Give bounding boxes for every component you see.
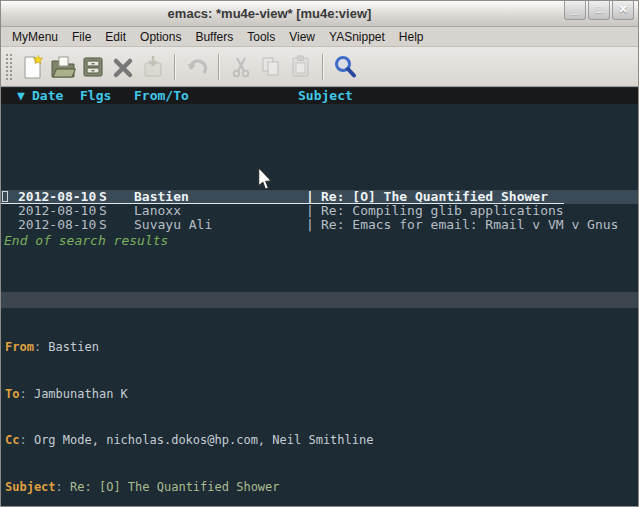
emacs-window: emacs: *mu4e-view* [mu4e:view] _ □ ✕ MyM… [0, 0, 639, 507]
minimize-button[interactable]: _ [564, 1, 586, 20]
headers-column-row[interactable]: ▼ Date Flgs From/To Subject [1, 88, 638, 104]
email-flags: S [99, 218, 107, 232]
field-cc: Cc: Org Mode, nicholas.dokos@hp.com, Nei… [5, 433, 638, 449]
email-from: Bastien [134, 190, 189, 204]
menu-mymenu[interactable]: MyMenu [5, 28, 65, 46]
email-date: 2012-08-10 [18, 218, 96, 232]
search-icon[interactable] [332, 53, 358, 81]
delete-icon[interactable] [110, 53, 136, 81]
undo-icon[interactable] [184, 53, 210, 81]
email-row[interactable]: 2012-08-10 S Lanoxx | Re: Compiling glib… [1, 204, 638, 218]
close-button[interactable]: ✕ [612, 1, 634, 20]
column-date[interactable]: Date [32, 88, 63, 104]
maximize-button[interactable]: □ [588, 1, 610, 20]
menu-help[interactable]: Help [392, 28, 431, 46]
mouse-cursor [257, 167, 273, 195]
sort-descending-icon[interactable]: ▼ [17, 88, 25, 104]
column-separator: | [306, 218, 314, 232]
cut-icon[interactable] [228, 53, 254, 81]
save-icon[interactable] [80, 53, 106, 81]
copy-icon[interactable] [258, 53, 284, 81]
email-subject: Re: Compiling glib applications [321, 204, 564, 218]
menu-edit[interactable]: Edit [98, 28, 133, 46]
open-file-icon[interactable] [50, 53, 76, 81]
emacs-frame: ▼ Date Flgs From/To Subject 2012-08-10 S… [1, 87, 638, 506]
menu-file[interactable]: File [65, 28, 98, 46]
new-file-icon[interactable] [20, 53, 46, 81]
titlebar[interactable]: emacs: *mu4e-view* [mu4e:view] _ □ ✕ [1, 1, 638, 27]
email-from: Suvayu Ali [134, 218, 212, 232]
menu-yasnippet[interactable]: YASnippet [322, 28, 392, 46]
toolbar-separator [322, 54, 324, 80]
field-from: From: Bastien [5, 340, 638, 356]
paste-icon[interactable] [288, 53, 314, 81]
toolbar-separator [174, 54, 176, 80]
email-row-selected[interactable]: 2012-08-10 S Bastien | Re: [O] The Quant… [1, 190, 638, 204]
column-separator: | [306, 190, 314, 204]
column-subject[interactable]: Subject [298, 88, 353, 104]
email-flags: S [99, 190, 107, 204]
toolbar [1, 47, 638, 87]
menu-buffers[interactable]: Buffers [188, 28, 240, 46]
menu-options[interactable]: Options [133, 28, 188, 46]
inactive-cursor [2, 191, 8, 202]
menu-tools[interactable]: Tools [240, 28, 282, 46]
email-date: 2012-08-10 [18, 204, 96, 218]
email-row[interactable]: 2012-08-10 S Suvayu Ali | Re: Emacs for … [1, 218, 638, 232]
save-as-icon[interactable] [140, 53, 166, 81]
message-view: From: Bastien To: Jambunathan K Cc: Org … [5, 309, 638, 507]
email-subject: Re: Emacs for email: Rmail v VM v Gnus [321, 218, 618, 232]
email-subject: Re: [O] The Quantified Shower [321, 190, 548, 204]
column-separator: | [306, 204, 314, 218]
email-from: Lanoxx [134, 204, 181, 218]
modeline-headers: *mu4e-headers* ( 1, 0) [All/275] [mu4e-h… [1, 292, 638, 308]
email-date: 2012-08-10 [18, 190, 96, 204]
toolbar-grip[interactable] [5, 53, 12, 81]
end-of-search-results: End of search results [4, 233, 168, 248]
window-title: emacs: *mu4e-view* [mu4e:view] [1, 6, 538, 21]
menu-view[interactable]: View [282, 28, 322, 46]
menubar: MyMenu File Edit Options Buffers Tools V… [1, 27, 638, 47]
email-flags: S [99, 204, 107, 218]
toolbar-separator [218, 54, 220, 80]
column-from[interactable]: From/To [134, 88, 189, 104]
column-flags[interactable]: Flgs [80, 88, 111, 104]
field-to: To: Jambunathan K [5, 387, 638, 403]
field-subject: Subject: Re: [O] The Quantified Shower [5, 480, 638, 496]
